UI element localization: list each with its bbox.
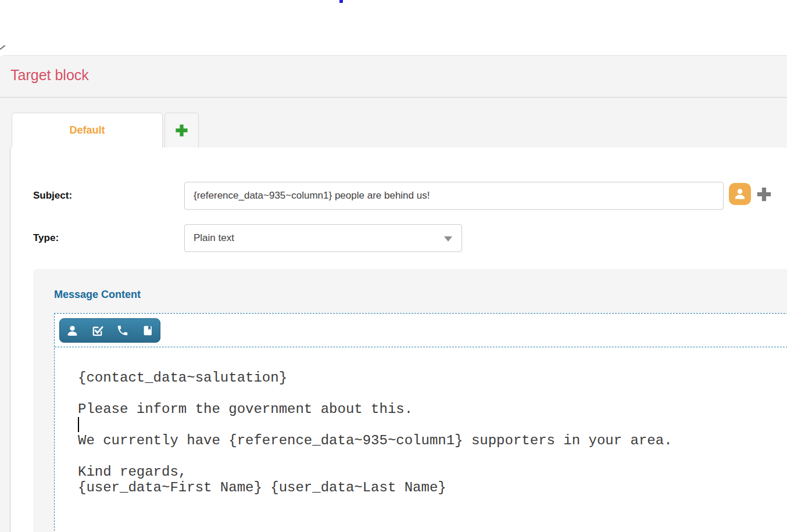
tab-content: Subject: Type: Plain text Message Co	[10, 148, 787, 532]
checkbox-icon	[91, 324, 104, 337]
toolbar-button-group	[59, 318, 160, 343]
insert-contact-data-button[interactable]	[729, 183, 751, 205]
plus-icon	[174, 123, 189, 138]
user-icon	[66, 324, 79, 337]
target-block-panel: Target block Default Subject:	[0, 55, 787, 532]
clipped-browser-icon	[339, 0, 343, 3]
type-select[interactable]: Plain text	[184, 224, 462, 252]
message-body-textarea[interactable]: {contact_data~salutation} Please inform …	[55, 348, 787, 532]
type-select-value: Plain text	[194, 232, 234, 244]
tab-default-label: Default	[69, 124, 105, 136]
editor-toolbar	[55, 314, 787, 347]
plus-icon	[755, 185, 773, 203]
subject-label: Subject:	[33, 182, 72, 210]
message-editor: {contact_data~salutation} Please inform …	[54, 313, 787, 532]
subject-input[interactable]	[184, 182, 724, 210]
corner-artifact	[0, 45, 5, 49]
text-cursor	[78, 417, 79, 432]
insert-phone-button[interactable]	[110, 319, 135, 342]
add-version-button[interactable]	[754, 184, 774, 204]
add-tab-button[interactable]	[164, 113, 199, 148]
insert-user-data-button[interactable]	[60, 319, 85, 342]
tab-bar: Default	[0, 98, 787, 148]
address-book-icon	[141, 324, 154, 337]
page-title: Target block	[10, 67, 89, 84]
phone-icon	[116, 324, 129, 337]
panel-header: Target block	[0, 56, 787, 98]
message-content-section: Message Content	[33, 269, 787, 532]
chevron-down-icon	[444, 236, 452, 242]
user-icon	[733, 187, 747, 201]
tab-default[interactable]: Default	[12, 113, 163, 148]
insert-reference-data-button[interactable]	[135, 319, 160, 342]
insert-survey-field-button[interactable]	[85, 319, 110, 342]
type-label: Type:	[33, 224, 59, 252]
section-title: Message Content	[54, 289, 141, 301]
